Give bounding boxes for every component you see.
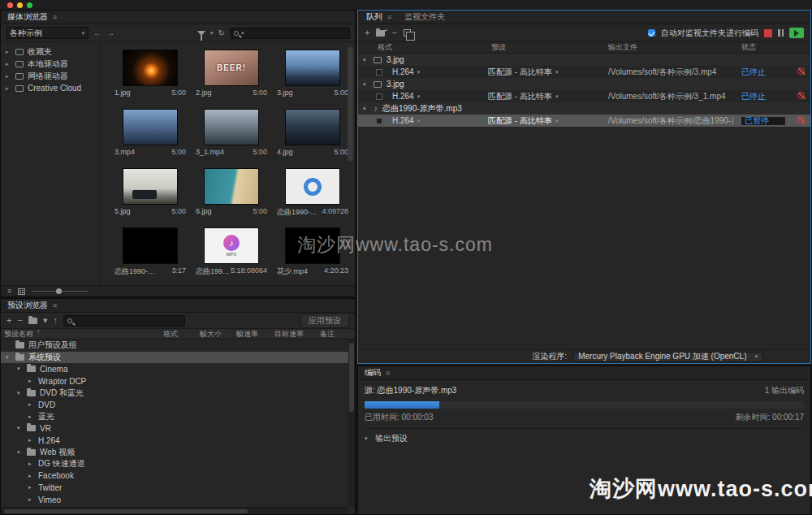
panel-menu-icon[interactable]: ≡ xyxy=(386,369,390,377)
preset-row[interactable]: ▾Web 视频 xyxy=(1,446,348,458)
format-dropdown[interactable]: H.264 xyxy=(392,67,414,76)
media-scrollbar[interactable] xyxy=(348,47,353,161)
pause-queue-button[interactable] xyxy=(778,29,784,37)
duplicate-icon[interactable] xyxy=(404,29,411,37)
remove-icon[interactable]: − xyxy=(391,28,396,37)
zoom-window-button[interactable] xyxy=(27,2,32,8)
media-item[interactable]: 花少.mp44:20:23 xyxy=(274,227,352,287)
queue-source-row[interactable]: ▾ 3.jpg xyxy=(358,78,810,90)
auto-encode-label: 自动对监视文件夹进行编码 xyxy=(661,28,758,39)
media-item[interactable]: 1.jpg5:00 xyxy=(111,50,189,109)
list-view-icon[interactable]: ≡ xyxy=(7,288,11,295)
export-preset-icon[interactable]: ↑ xyxy=(53,316,58,325)
media-item[interactable]: 3_1.mp45:00 xyxy=(192,109,270,168)
auto-encode-checkbox[interactable] xyxy=(648,29,655,37)
media-search-input[interactable]: ▾ xyxy=(230,28,350,39)
tree-item-favorites[interactable]: ▸ 收藏夹 xyxy=(1,45,100,58)
import-preset-icon[interactable]: ▾ xyxy=(43,316,48,325)
status-text[interactable]: 已停止 xyxy=(741,67,766,78)
slider-knob[interactable] xyxy=(56,288,62,294)
format-dropdown[interactable]: H.264 xyxy=(392,92,414,101)
output-path-link[interactable]: /Volumes/soft/各种示例/3.mp4 xyxy=(608,67,716,78)
media-item[interactable]: 3.jpg5:00 xyxy=(274,50,352,109)
media-item[interactable]: 5.jpg5:00 xyxy=(111,168,189,227)
media-item[interactable]: BEER! 2.jpg5:00 xyxy=(192,50,270,109)
media-source-dropdown[interactable]: 各种示例 ▾ xyxy=(6,27,89,39)
preset-row-selected[interactable]: ▾系统预设 xyxy=(1,352,348,364)
media-item[interactable]: 6.jpg5:00 xyxy=(192,168,270,227)
add-watch-folder-icon[interactable] xyxy=(376,30,385,37)
preset-row[interactable]: ▸Vimeo xyxy=(1,494,348,506)
column-frame-size[interactable]: 帧大小 xyxy=(197,329,233,340)
back-icon[interactable]: ← xyxy=(93,29,102,37)
preset-row[interactable]: 用户预设及组 xyxy=(1,340,348,352)
preset-row[interactable]: ▸蓝光 xyxy=(1,411,348,423)
add-preset-icon[interactable]: + xyxy=(6,316,11,325)
column-format[interactable]: 格式 xyxy=(160,329,197,340)
tab-queue[interactable]: 队列 ≡ xyxy=(366,11,391,23)
tree-item-creative-cloud[interactable]: ▸ Creative Cloud xyxy=(1,82,100,94)
media-item[interactable]: 恋曲1990-...4:09728 xyxy=(274,168,352,227)
output-path-link[interactable]: /Volumes/soft/各种示例/3_1.mp4 xyxy=(608,91,726,102)
refresh-icon[interactable]: ↻ xyxy=(218,29,225,37)
preset-scrollbar[interactable] xyxy=(348,340,355,507)
output-toggle[interactable] xyxy=(376,69,382,76)
media-item[interactable]: ♪ MP3 恋曲1990...5:18:08064 xyxy=(192,227,270,287)
media-item[interactable]: 恋曲1990-原声带...3:17 xyxy=(111,227,189,287)
remove-preset-icon[interactable]: − xyxy=(17,316,22,325)
minimize-window-button[interactable] xyxy=(17,2,23,8)
output-toggle[interactable] xyxy=(376,93,382,100)
panel-menu-icon[interactable]: ≡ xyxy=(387,13,391,21)
media-item[interactable]: 4.jpg5:00 xyxy=(274,109,352,168)
apply-preset-button[interactable]: 应用预设 xyxy=(300,314,349,328)
preset-horizontal-scrollbar[interactable] xyxy=(1,507,348,514)
tab-watch-folders[interactable]: 监视文件夹 xyxy=(404,11,445,23)
preset-row[interactable]: ▾Cinema xyxy=(1,363,348,375)
output-toggle[interactable] xyxy=(376,118,382,124)
cancel-icon[interactable] xyxy=(797,92,805,99)
filter-icon[interactable] xyxy=(197,31,205,36)
panel-menu-icon[interactable]: ≡ xyxy=(53,301,57,309)
preset-dropdown[interactable]: 匹配源 - 高比特率 xyxy=(488,91,552,102)
tree-item-local-drives[interactable]: ▸ 本地驱动器 xyxy=(1,58,100,70)
preset-dropdown[interactable]: 匹配源 - 高比特率 xyxy=(488,67,552,78)
add-source-icon[interactable]: + xyxy=(365,28,369,37)
media-item[interactable]: 3.mp45:00 xyxy=(111,109,189,168)
column-target-rate[interactable]: 目标速率 xyxy=(271,329,317,340)
thumbnail-size-slider[interactable] xyxy=(32,291,89,292)
queue-output-row-selected[interactable]: H.264▾ 匹配源 - 高比特率▾ /Volumes/soft/各种示例/恋曲… xyxy=(358,115,810,127)
output-preset-section[interactable]: ▾ 输出预设 xyxy=(365,433,804,444)
preset-row[interactable]: ▸DG 快速通道 xyxy=(1,458,348,470)
queue-output-row[interactable]: H.264▾ 匹配源 - 高比特率▾ /Volumes/soft/各种示例/3.… xyxy=(358,66,810,78)
close-window-button[interactable] xyxy=(7,2,13,8)
cancel-icon[interactable] xyxy=(797,67,805,75)
queue-source-row[interactable]: ▾ ♪ 恋曲1990-原声带.mp3 xyxy=(358,102,810,115)
new-group-icon[interactable] xyxy=(28,318,37,324)
column-frame-rate[interactable]: 帧速率 xyxy=(233,329,271,340)
queue-source-row[interactable]: ▾ 3.jpg xyxy=(358,54,810,66)
preset-row[interactable]: ▸Wraptor DCP xyxy=(1,375,348,387)
format-dropdown[interactable]: H.264 xyxy=(392,116,414,125)
preset-row[interactable]: ▾VR xyxy=(1,422,348,435)
preset-search-input[interactable] xyxy=(63,315,185,327)
cancel-icon[interactable] xyxy=(797,116,805,123)
stop-queue-button[interactable] xyxy=(764,29,772,37)
preset-row[interactable]: ▸Twitter xyxy=(1,482,348,494)
renderer-dropdown[interactable]: Mercury Playback Engine GPU 加速 (OpenCL) … xyxy=(572,352,763,362)
preset-row[interactable]: ▾DVD 和蓝光 xyxy=(1,387,348,399)
tree-item-network-drives[interactable]: ▸ 网络驱动器 xyxy=(1,70,100,82)
preset-row[interactable]: ▸H.264 xyxy=(1,435,348,447)
start-queue-button[interactable] xyxy=(789,28,804,38)
status-text[interactable]: 已暂停 xyxy=(745,117,769,125)
column-preset-name[interactable]: 预设名称↑ xyxy=(1,329,160,340)
panel-menu-icon[interactable]: ≡ xyxy=(53,13,57,21)
preset-row[interactable]: ▸DVD xyxy=(1,399,348,411)
queue-output-row[interactable]: H.264▾ 匹配源 - 高比特率▾ /Volumes/soft/各种示例/3_… xyxy=(358,90,810,102)
thumbnail-view-icon[interactable] xyxy=(18,288,25,295)
output-path-link[interactable]: /Volumes/soft/各种示例/恋曲1990-原声带.mp4 xyxy=(608,115,733,127)
status-text[interactable]: 已停止 xyxy=(741,91,766,102)
column-comment[interactable]: 备注 xyxy=(317,329,355,340)
preset-row[interactable]: ▸Facebook xyxy=(1,470,348,483)
forward-icon[interactable]: → xyxy=(106,29,114,37)
preset-dropdown[interactable]: 匹配源 - 高比特率 xyxy=(488,115,552,127)
